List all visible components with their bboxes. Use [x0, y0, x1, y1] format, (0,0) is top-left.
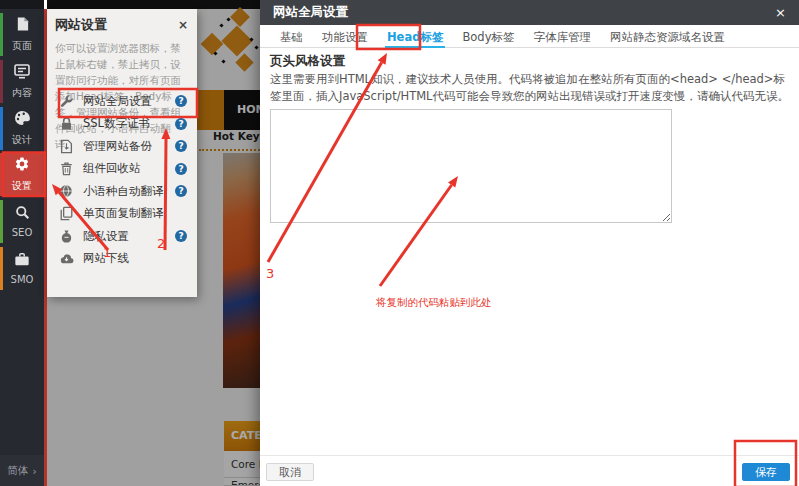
- design-icon: [14, 110, 30, 130]
- tab-head-tag[interactable]: Head标签: [385, 30, 445, 48]
- tab-function-settings[interactable]: 功能设置: [320, 30, 370, 47]
- sidebar-item-label: 设计: [12, 133, 32, 147]
- tab-body-tag[interactable]: Body标签: [460, 30, 516, 47]
- cloud-download-icon: [58, 253, 74, 265]
- sidebar-item-label: 设置: [12, 179, 32, 193]
- menu-item-label: 组件回收站: [83, 161, 166, 176]
- help-icon[interactable]: ?: [175, 163, 187, 175]
- chevron-right-icon: ›: [32, 465, 36, 477]
- menu-item-label: 网站下线: [83, 251, 187, 266]
- menu-item-page-copy-translate[interactable]: 单页面复制翻译: [47, 203, 197, 226]
- section-title: 页头风格设置: [270, 53, 345, 70]
- screen: HOM Hot Keyw CATE Core B Emerg 页面 内容: [0, 0, 799, 486]
- sidebar: 页面 内容 设计 设置 SEO: [0, 0, 44, 486]
- gear-icon: [14, 156, 30, 176]
- menu-item-label: SSL数字证书: [83, 116, 166, 131]
- trash-icon: [58, 161, 74, 176]
- menu-item-label: 管理网站备份: [83, 139, 166, 154]
- content-icon: [14, 64, 30, 83]
- sidebar-item-smo[interactable]: SMO: [0, 247, 44, 290]
- panel-menu: 网站全局设置 ? SSL数字证书 ? 管理网站备份 ?: [47, 90, 197, 270]
- sidebar-top-strip: [0, 0, 44, 9]
- sidebar-item-content[interactable]: 内容: [0, 60, 44, 103]
- panel-title: 网站设置: [55, 16, 178, 34]
- language-label: 简体: [7, 464, 28, 478]
- close-icon[interactable]: ×: [775, 6, 786, 19]
- close-icon[interactable]: ×: [178, 19, 188, 31]
- lock-icon: [58, 116, 74, 131]
- footer-divider: [260, 455, 799, 456]
- modal-header: 网站全局设置 ×: [260, 0, 799, 25]
- sidebar-item-seo[interactable]: SEO: [0, 200, 44, 243]
- globe-icon: [58, 184, 74, 198]
- page-icon: [15, 16, 30, 36]
- menu-item-privacy[interactable]: 隐私设置 ?: [47, 225, 197, 248]
- backup-file-icon: [58, 139, 74, 154]
- menu-item-label: 单页面复制翻译: [83, 206, 187, 221]
- head-code-textarea[interactable]: [270, 109, 672, 223]
- menu-item-ssl-certificate[interactable]: SSL数字证书 ?: [47, 113, 197, 136]
- help-icon[interactable]: ?: [175, 118, 187, 130]
- help-icon[interactable]: ?: [175, 230, 187, 242]
- menu-item-site-offline[interactable]: 网站下线: [47, 248, 197, 271]
- site-settings-panel: 网站设置 × 你可以设置浏览器图标，禁止鼠标右键，禁止拷贝，设置防同行功能，对所…: [47, 9, 197, 297]
- tab-font-library[interactable]: 字体库管理: [531, 30, 593, 47]
- language-selector[interactable]: 简体›: [0, 455, 44, 486]
- menu-item-backup[interactable]: 管理网站备份 ?: [47, 135, 197, 158]
- global-settings-modal: 网站全局设置 × 基础 功能设置 Head标签 Body标签 字体库管理 网站静…: [260, 0, 799, 486]
- menu-item-label: 小语种自动翻译: [83, 184, 166, 199]
- sidebar-item-label: 页面: [12, 39, 32, 53]
- tab-static-resource-domain[interactable]: 网站静态资源域名设置: [608, 30, 727, 47]
- copy-icon: [58, 206, 74, 221]
- help-icon[interactable]: ?: [175, 185, 187, 197]
- save-button[interactable]: 保存: [742, 463, 790, 481]
- modal-tabs: 基础 功能设置 Head标签 Body标签 字体库管理 网站静态资源域名设置: [260, 30, 799, 48]
- sidebar-item-label: SMO: [11, 274, 34, 285]
- sidebar-item-settings[interactable]: 设置: [0, 153, 44, 196]
- tab-basic[interactable]: 基础: [278, 30, 305, 47]
- menu-item-recycle-bin[interactable]: 组件回收站 ?: [47, 158, 197, 181]
- cancel-button[interactable]: 取消: [266, 463, 314, 481]
- head-tag-description: 这里需要用到HTML知识，建议技术人员使用。代码将被追加在整站所有页面的<hea…: [270, 71, 791, 104]
- briefcase-icon: [14, 252, 30, 271]
- magnifier-icon: [15, 205, 30, 224]
- menu-item-global-settings[interactable]: 网站全局设置 ?: [47, 90, 197, 113]
- modal-title: 网站全局设置: [273, 4, 775, 21]
- help-icon[interactable]: ?: [175, 140, 187, 152]
- menu-item-label: 隐私设置: [83, 229, 166, 244]
- privacy-icon: [58, 229, 74, 244]
- help-icon[interactable]: ?: [175, 95, 187, 107]
- wrench-icon: [58, 94, 74, 109]
- menu-item-auto-translate[interactable]: 小语种自动翻译 ?: [47, 180, 197, 203]
- sidebar-item-design[interactable]: 设计: [0, 107, 44, 150]
- sidebar-item-label: SEO: [12, 227, 33, 238]
- sidebar-item-label: 内容: [12, 86, 32, 100]
- sidebar-item-pages[interactable]: 页面: [0, 13, 44, 56]
- menu-item-label: 网站全局设置: [83, 94, 166, 109]
